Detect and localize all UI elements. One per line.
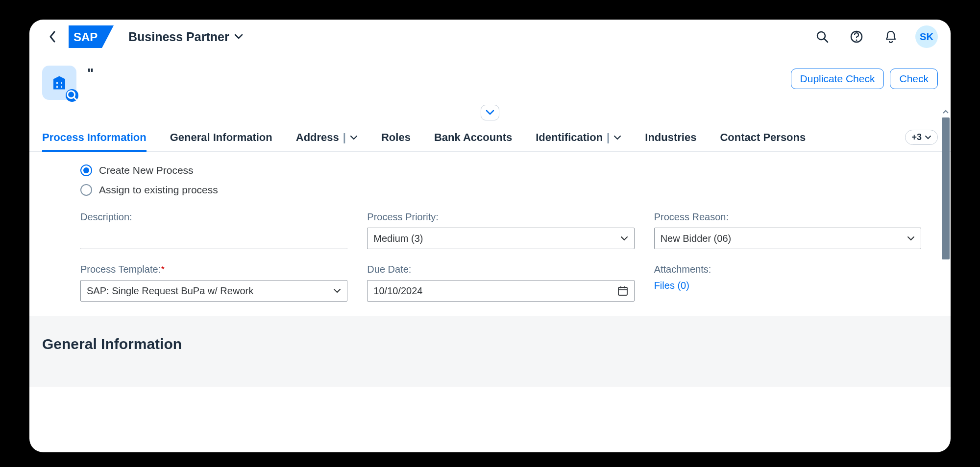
general-information-section — [29, 357, 951, 387]
field-attachments: Attachments: Files (0) — [654, 264, 921, 302]
check-button[interactable]: Check — [890, 69, 938, 89]
svg-point-6 — [68, 91, 75, 98]
shell-title[interactable]: Business Partner — [128, 30, 243, 44]
svg-line-7 — [74, 97, 77, 100]
radio-assign-process[interactable]: Assign to existing process — [59, 180, 921, 200]
notifications-button[interactable] — [881, 27, 901, 47]
radio-button[interactable] — [80, 164, 92, 176]
header-expand-toggle[interactable] — [481, 105, 499, 120]
priority-select[interactable]: Medium (3) — [367, 228, 634, 249]
tab-label: Contact Persons — [720, 131, 806, 144]
reason-select[interactable]: New Bidder (06) — [654, 228, 921, 249]
svg-point-5 — [856, 40, 858, 41]
tab-contact-persons[interactable]: Contact Persons — [720, 123, 806, 151]
field-value: Medium (3) — [373, 233, 423, 244]
tab-bank-accounts[interactable]: Bank Accounts — [434, 123, 512, 151]
shell-title-text: Business Partner — [128, 30, 229, 44]
field-value: New Bidder (06) — [661, 233, 732, 244]
field-label: Description: — [80, 211, 347, 223]
tab-overflow-button[interactable]: +3 — [905, 130, 938, 145]
field-label: Process Reason: — [654, 211, 921, 223]
sap-logo: SAP — [69, 25, 114, 48]
radio-label: Create New Process — [99, 164, 194, 176]
back-button[interactable] — [42, 27, 62, 47]
user-avatar[interactable]: SK — [915, 25, 938, 48]
field-description: Description: — [80, 211, 347, 249]
tab-address[interactable]: Address| — [296, 123, 358, 151]
tab-label: Roles — [381, 131, 411, 144]
field-process-template: Process Template:* SAP: Single Request B… — [80, 264, 347, 302]
field-value: 10/10/2024 — [373, 285, 422, 297]
description-input[interactable] — [80, 228, 347, 249]
field-process-priority: Process Priority: Medium (3) — [367, 211, 634, 249]
overflow-count: +3 — [911, 132, 922, 142]
radio-create-process[interactable]: Create New Process — [59, 161, 921, 180]
chevron-down-icon — [486, 110, 494, 116]
section-general-information-title: General Information — [29, 316, 951, 357]
svg-line-3 — [824, 39, 828, 42]
radio-button[interactable] — [80, 184, 92, 196]
chevron-down-icon — [333, 288, 341, 293]
attachments-link[interactable]: Files (0) — [654, 280, 689, 291]
tab-label: Bank Accounts — [434, 131, 512, 144]
tab-label: Address — [296, 131, 339, 144]
object-badge — [66, 89, 78, 102]
bell-icon — [884, 30, 897, 44]
tab-label: General Information — [170, 131, 272, 144]
chevron-down-icon — [350, 135, 358, 140]
field-due-date: Due Date: 10/10/2024 — [367, 264, 634, 302]
tab-label: Identification — [536, 131, 603, 144]
tab-label: Process Information — [42, 131, 147, 144]
field-label: Process Priority: — [367, 211, 634, 223]
chevron-left-icon — [48, 30, 56, 44]
chevron-down-icon — [613, 135, 621, 140]
svg-text:SAP: SAP — [74, 30, 98, 44]
tab-general-information[interactable]: General Information — [170, 123, 272, 151]
field-label: Due Date: — [367, 264, 634, 275]
help-button[interactable] — [847, 27, 866, 47]
search-button[interactable] — [812, 27, 832, 47]
search-icon — [816, 30, 829, 43]
chevron-down-icon — [925, 135, 931, 140]
scrollbar-up[interactable] — [942, 108, 950, 116]
tab-bar: Process Information General Information … — [29, 123, 951, 152]
tab-roles[interactable]: Roles — [381, 123, 411, 151]
tab-label: Industries — [645, 131, 696, 144]
tab-identification[interactable]: Identification| — [536, 123, 621, 151]
field-process-reason: Process Reason: New Bidder (06) — [654, 211, 921, 249]
template-select[interactable]: SAP: Single Request BuPa w/ Rework — [80, 280, 347, 302]
avatar-initials: SK — [920, 31, 933, 43]
object-title: " — [87, 66, 94, 81]
tab-process-information[interactable]: Process Information — [42, 123, 147, 151]
chevron-down-icon — [620, 236, 628, 241]
radio-label: Assign to existing process — [99, 184, 218, 196]
duplicate-check-button[interactable]: Duplicate Check — [791, 69, 884, 89]
scrollbar-thumb[interactable] — [942, 117, 950, 259]
tab-industries[interactable]: Industries — [645, 123, 696, 151]
search-badge-icon — [66, 87, 78, 104]
help-icon — [850, 30, 863, 44]
field-label: Attachments: — [654, 264, 921, 275]
object-image — [42, 66, 76, 100]
chevron-down-icon — [234, 34, 243, 40]
field-label: Process Template:* — [80, 264, 347, 275]
object-header: " Duplicate Check Check — [29, 54, 951, 100]
shell-header: SAP Business Partner SK — [29, 20, 951, 54]
calendar-icon — [617, 285, 628, 296]
process-information-section: Create New Process Assign to existing pr… — [29, 152, 951, 316]
svg-rect-8 — [618, 287, 627, 295]
due-date-input[interactable]: 10/10/2024 — [367, 280, 634, 302]
chevron-down-icon — [907, 236, 915, 241]
field-value: SAP: Single Request BuPa w/ Rework — [87, 285, 253, 297]
